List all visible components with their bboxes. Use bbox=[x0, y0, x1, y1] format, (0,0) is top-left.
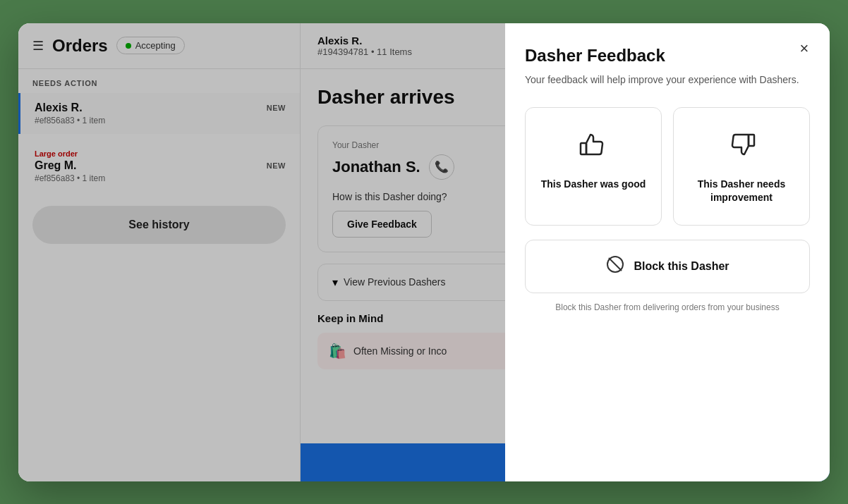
svg-line-3 bbox=[610, 258, 622, 270]
svg-rect-1 bbox=[749, 135, 754, 146]
block-dasher-label: Block this Dasher bbox=[634, 260, 729, 273]
needs-improvement-button[interactable]: This Dasher needs improvement bbox=[673, 107, 810, 226]
needs-improvement-label: This Dasher needs improvement bbox=[685, 178, 798, 205]
block-description: Block this Dasher from delivering orders… bbox=[525, 302, 810, 314]
modal-panel: × Dasher Feedback Your feedback will hel… bbox=[505, 23, 830, 481]
modal-close-button[interactable]: × bbox=[793, 37, 816, 60]
thumbs-down-icon bbox=[725, 128, 758, 168]
good-dasher-button[interactable]: This Dasher was good bbox=[525, 107, 662, 226]
block-dasher-button[interactable]: Block this Dasher bbox=[525, 240, 810, 293]
modal-overlay: × Dasher Feedback Your feedback will hel… bbox=[18, 23, 830, 481]
block-icon bbox=[605, 254, 625, 278]
feedback-options: This Dasher was good This Dasher needs i… bbox=[525, 107, 810, 226]
thumbs-up-icon bbox=[576, 128, 610, 168]
good-dasher-label: This Dasher was good bbox=[541, 178, 646, 192]
svg-rect-0 bbox=[581, 143, 586, 154]
modal-subtitle: Your feedback will help improve your exp… bbox=[525, 73, 810, 87]
modal-title: Dasher Feedback bbox=[525, 46, 810, 66]
